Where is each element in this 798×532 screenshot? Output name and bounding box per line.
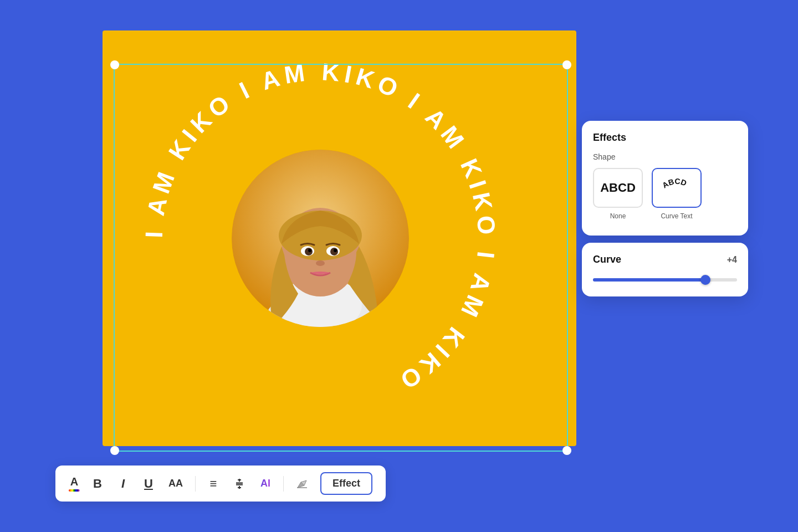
curve-header: Curve +4 <box>593 254 737 265</box>
eraser-icon <box>296 478 308 490</box>
shape-options: ABCD None ABCD Curve Text <box>593 168 737 220</box>
ai-button[interactable]: AI <box>258 475 273 492</box>
curve-panel: Curve +4 <box>582 243 748 296</box>
svg-point-12 <box>316 260 325 266</box>
effect-label: Effect <box>332 478 360 489</box>
shape-curve-label: Curve Text <box>661 212 692 220</box>
italic-icon: I <box>121 477 125 491</box>
photo-circle <box>232 150 409 327</box>
slider-track <box>593 278 737 282</box>
italic-button[interactable]: I <box>115 474 131 493</box>
color-bar <box>69 489 80 492</box>
align-icon: ≡ <box>210 477 217 491</box>
shape-section-label: Shape <box>593 152 737 161</box>
shape-curve-box[interactable]: ABCD <box>652 168 702 208</box>
curve-title: Curve <box>593 254 621 265</box>
svg-text:ABCD: ABCD <box>661 176 688 190</box>
font-size-button[interactable]: AA <box>166 475 185 492</box>
line-height-icon <box>233 478 245 490</box>
handle-tr[interactable] <box>562 60 571 69</box>
shape-option-curve[interactable]: ABCD Curve Text <box>652 168 702 220</box>
bold-icon: B <box>93 477 102 491</box>
handle-tl[interactable] <box>110 60 119 69</box>
underline-icon: U <box>144 477 153 491</box>
separator-1 <box>195 476 196 492</box>
svg-point-10 <box>308 249 311 252</box>
slider-fill <box>593 278 705 282</box>
font-color-letter: A <box>70 475 78 488</box>
shape-option-none[interactable]: ABCD None <box>593 168 643 220</box>
curve-value: +4 <box>727 255 737 265</box>
effects-panel-title: Effects <box>593 132 737 144</box>
underline-button[interactable]: U <box>141 474 156 493</box>
curve-text-preview: ABCD <box>657 173 696 203</box>
align-button[interactable]: ≡ <box>206 474 221 493</box>
effect-button[interactable]: Effect <box>320 472 372 495</box>
toolbar: A B I U AA ≡ AI <box>55 466 386 502</box>
eraser-button[interactable] <box>294 475 310 492</box>
shape-none-box[interactable]: ABCD <box>593 168 643 208</box>
line-height-button[interactable] <box>231 475 248 492</box>
shape-none-text: ABCD <box>600 181 636 195</box>
shape-none-label: None <box>610 212 626 220</box>
separator-2 <box>283 476 284 492</box>
ai-icon: AI <box>260 478 270 489</box>
font-size-icon: AA <box>168 478 183 489</box>
bold-button[interactable]: B <box>90 474 105 493</box>
design-card: I AM KIKO I AM KIKO I AM KIKO I AM KIKO <box>103 30 576 446</box>
slider-thumb[interactable] <box>700 275 710 285</box>
effects-panel: Effects Shape ABCD None ABCD Curve Text <box>582 121 748 236</box>
svg-point-11 <box>334 249 337 252</box>
slider-container <box>593 274 737 285</box>
font-color-button[interactable]: A <box>69 475 80 492</box>
